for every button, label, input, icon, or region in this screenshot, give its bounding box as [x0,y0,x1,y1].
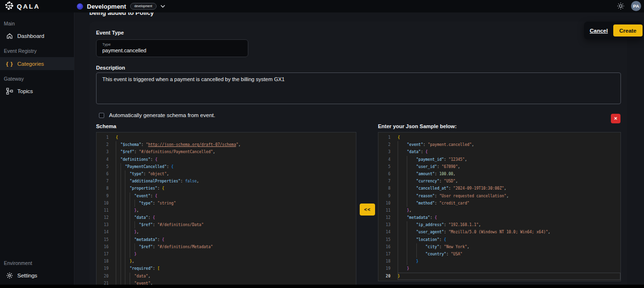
line-number: 6 [378,170,398,178]
sidebar-section-event-registry: Event Registry [4,48,36,54]
line-number: 17 [378,251,398,258]
line-number: 17 [97,251,116,258]
line-number: 13 [97,221,116,228]
code-line: 18} [378,258,620,265]
code-line: 20} [378,273,620,280]
qala-logo-icon [4,1,14,12]
code-line: 12"data": { [97,214,356,221]
form-actions: Cancel Create [584,22,643,39]
brand-name: QALA [17,3,40,10]
code-line: 20"data", [97,273,356,280]
code-line: 14"user_agent": "Mozilla/5.0 (Windows NT… [378,228,620,236]
description-textarea[interactable]: This event is triggered when a payment i… [96,72,621,104]
schema-label: Schema [96,123,116,129]
topics-icon [6,88,13,95]
sidebar-item-label: Dashboard [17,33,44,39]
code-line: 8"properties": { [97,185,356,192]
type-input[interactable]: Type payment.cancelled [96,39,248,57]
code-line: 6"type": "object", [97,170,356,178]
line-number: 19 [378,265,398,272]
close-sample-button[interactable]: ✕ [611,114,620,123]
sidebar-section-main: Main [4,21,15,26]
sidebar-item-label: Categories [17,61,44,67]
line-number: 18 [378,258,398,265]
main-content: being added to Policy Cancel Create Even… [74,12,644,285]
environment-switcher[interactable]: Development development [77,0,165,12]
line-number: 3 [378,148,398,156]
type-input-value: payment.cancelled [102,47,242,54]
create-button[interactable]: Create [613,24,643,36]
description-label: Description [96,65,125,71]
code-line: 16"$ref": "#/definitions/Metadata" [97,243,356,251]
line-number: 9 [97,192,116,200]
app-logo[interactable]: QALA [4,1,40,12]
line-number: 19 [97,265,116,272]
schema-code-editor[interactable]: 1{2"$schema": "http://json-schema.org/dr… [96,132,356,285]
code-line: 2"$schema": "http://json-schema.org/draf… [97,141,356,148]
sidebar-item-categories[interactable]: { } Categories [0,57,74,70]
line-number: 18 [97,258,116,265]
type-input-label: Type [102,42,242,47]
line-number: 2 [378,141,398,148]
topbar: QALA Development development [0,0,644,12]
line-number: 7 [97,178,116,185]
code-line: 7"additionalProperties": false, [97,178,356,185]
code-line: 6"amount": 100.00, [378,170,620,178]
code-line: 7"currency": "USD", [378,178,620,185]
chevron-down-icon [160,5,165,8]
environment-title: Development [87,3,126,10]
auto-schema-row: Automatically generate schema from event… [99,112,215,118]
environment-badge: development [130,3,157,10]
event-form-panel: Event Type Type payment.cancelled Descri… [89,22,627,285]
braces-icon: { } [6,61,13,67]
environment-status-icon [77,3,83,10]
code-line: 9"reason": "User requested cancellation"… [378,192,620,200]
code-line: 19} [378,265,620,272]
collapse-editors-button[interactable]: << [360,204,375,216]
code-line: 3"$ref": "#/definitions/PaymentCancelled… [97,148,356,156]
code-line: 19"required": [ [97,265,356,272]
code-line: 21"event", [97,280,356,285]
code-line: 18}, [97,258,356,265]
json-sample-label: Enter your Json Sample below: [378,123,457,129]
json-sample-code-editor[interactable]: 1{2"event": "payment.cancelled",3"data":… [378,132,621,281]
cancel-button[interactable]: Cancel [590,28,608,34]
line-number: 14 [378,228,398,236]
code-line: 14}, [97,228,356,236]
close-icon: ✕ [614,116,618,121]
line-number: 4 [97,156,116,163]
code-line: 15"location": { [378,236,620,243]
code-line: 11}, [378,207,620,214]
auto-schema-label: Automatically generate schema from event… [109,112,215,118]
line-number: 10 [97,200,116,207]
code-line: 15"metadata": { [97,236,356,243]
code-line: 13"$ref": "#/definitions/Data" [97,221,356,228]
line-number: 9 [378,192,398,200]
line-number: 3 [97,148,116,156]
code-line: 17"country": "USA" [378,251,620,258]
line-number: 2 [97,141,116,148]
description-value: This event is triggered when a payment i… [102,76,285,82]
event-type-label: Event Type [96,30,124,36]
sidebar-item-topics[interactable]: Topics [0,85,74,97]
auto-schema-checkbox[interactable] [99,113,104,118]
code-line: 8"cancelled_at": "2024-09-19T10:30:00Z", [378,185,620,192]
line-number: 13 [378,221,398,228]
line-number: 12 [97,214,116,221]
code-line: 5"PaymentCancelled": { [97,163,356,170]
code-line: 1{ [97,134,356,141]
code-line: 5"user_id": "67890", [378,163,620,170]
code-line: 3"data": { [378,148,620,156]
line-number: 14 [97,228,116,236]
sidebar-item-settings[interactable]: Settings [0,269,74,281]
topbar-right: PA [617,1,641,11]
line-number: 4 [378,156,398,163]
avatar[interactable]: PA [631,1,641,11]
line-number: 7 [378,178,398,185]
sidebar-item-label: Topics [17,88,33,94]
sidebar-item-dashboard[interactable]: Dashboard [0,30,74,42]
theme-toggle-button[interactable] [617,2,624,10]
line-number: 15 [97,236,116,243]
line-number: 12 [378,214,398,221]
home-icon [6,33,13,39]
